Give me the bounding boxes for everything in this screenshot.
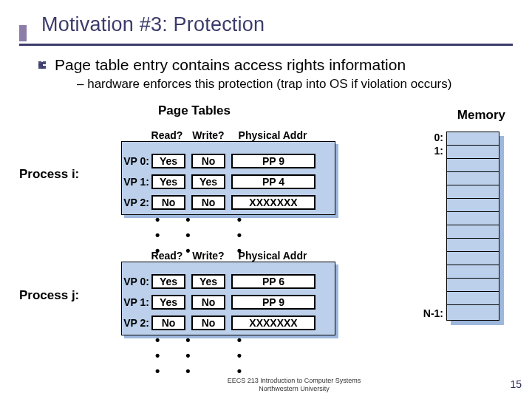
footer: EECS 213 Introduction to Computer System… [28,377,532,393]
slide: Motivation #3: Protection Page table ent… [0,0,532,399]
table-row: VP 0: Yes No PP 9 [121,153,316,169]
table-header: Read?Write?Physical Addr [149,250,313,262]
table-row: VP 0: Yes Yes PP 6 [121,273,316,290]
slide-title: Motivation #3: Protection [41,13,513,36]
process-i-label: Process i: [19,167,79,182]
page-number: 15 [510,378,522,390]
table-row: VP 1: Yes No PP 9 [121,294,316,310]
mem-index-0: 0: [434,132,443,143]
ellipsis-icon: ••••••••• [155,332,242,379]
mem-index-1: 1: [434,145,443,157]
bullet1-text: Page table entry contains access rights … [55,56,406,73]
table-header: Read?Write?Physical Addr [149,129,313,141]
title-rule [19,44,513,46]
table-row: VP 1: Yes Yes PP 4 [121,174,316,190]
bullet-level2: – hardware enforces this protection (tra… [77,77,513,92]
table-row: VP 2: No No XXXXXXX [121,194,316,211]
table-row: VP 2: No No XXXXXXX [121,315,316,331]
accent-bar [19,25,27,41]
mem-index-n: N-1: [423,307,443,319]
page-tables-label: Page Tables [158,103,231,118]
process-j-label: Process j: [19,288,79,303]
bullet-level1: Page table entry contains access rights … [55,56,513,74]
memory-label: Memory [457,108,505,123]
